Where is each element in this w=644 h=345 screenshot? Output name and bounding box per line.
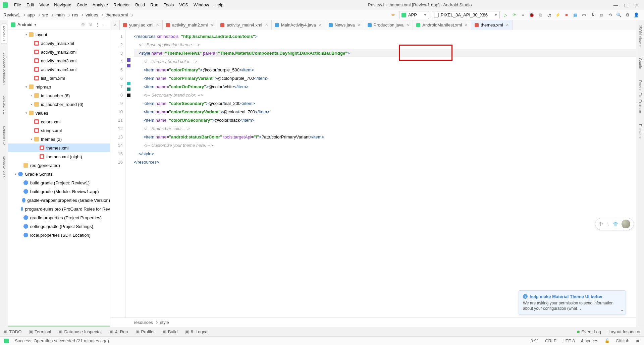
vcs-branch[interactable]: GitHub	[616, 338, 629, 343]
indent-setting[interactable]: 4 spaces	[581, 338, 598, 343]
menu-run[interactable]: Run	[148, 2, 161, 7]
menu-code[interactable]: Code	[74, 2, 90, 7]
tree-node[interactable]: themes.xml (night)	[8, 152, 110, 161]
line-separator[interactable]: CRLF	[545, 338, 556, 343]
tool-window-build-variants[interactable]: Build Variants	[2, 155, 6, 180]
tool-window-7-structure[interactable]: 7: Structure	[2, 95, 6, 116]
tree-node[interactable]: ▾layout	[8, 30, 110, 39]
breadcrumb-item[interactable]: app	[28, 12, 35, 17]
menu-build[interactable]: Build	[132, 2, 148, 7]
tool-window-gradle[interactable]: Gradle	[638, 57, 642, 70]
close-icon[interactable]: ✕	[265, 23, 268, 27]
tree-node[interactable]: activity_main2.xml	[8, 48, 110, 56]
tree-node[interactable]: gradle.properties (Project Properties)	[8, 213, 110, 222]
coverage-icon[interactable]: ⧉	[537, 11, 544, 19]
breadcrumb-item[interactable]: Review1	[3, 12, 20, 17]
window-close[interactable]: ✕	[635, 2, 639, 8]
code-area[interactable]: <resources xmlns:tools="http://schemas.a…	[132, 30, 636, 318]
xml-crumb[interactable]: resources	[134, 320, 153, 325]
menu-navigate[interactable]: Navigate	[51, 2, 74, 7]
device-dropdown[interactable]: PIXEL_3A_API_30_X86 ▼	[432, 11, 500, 19]
tool-4-run[interactable]: ▣4: Run	[109, 329, 128, 334]
tool-window-emulator[interactable]: Emulator	[638, 123, 642, 140]
editor-tab[interactable]: activity_main2.xml✕	[163, 20, 217, 30]
attach-debugger-icon[interactable]: ⚡	[554, 11, 561, 19]
search-icon[interactable]: 🔍	[615, 11, 623, 19]
menu-analyze[interactable]: Analyze	[90, 2, 111, 7]
close-icon[interactable]: ✕	[156, 23, 159, 27]
sync-icon[interactable]: ⟲	[606, 11, 614, 19]
close-icon[interactable]: ✕	[358, 23, 361, 27]
tool-build[interactable]: ▣Build	[162, 329, 178, 334]
compass-icon[interactable]: ✏	[390, 11, 397, 19]
tree-node[interactable]: themes.xml	[8, 143, 110, 152]
menu-tools[interactable]: Tools	[161, 2, 176, 7]
resource-manager-icon[interactable]: ⧈	[598, 11, 605, 19]
close-icon[interactable]: ✕	[406, 23, 409, 27]
breadcrumb-item[interactable]: src	[42, 12, 48, 17]
collapse-icon[interactable]: ⇲	[88, 22, 92, 27]
tool-window-json-viewer[interactable]: JSON Viewer	[638, 23, 642, 48]
editor-tab[interactable]: Production.java✕	[364, 20, 413, 30]
close-icon[interactable]: ✕	[319, 23, 322, 27]
tree-node[interactable]: activity_main.xml	[8, 39, 110, 48]
settings-icon[interactable]: ⋮	[95, 22, 100, 27]
chevron-down-icon[interactable]: ▾	[621, 309, 623, 312]
menu-help[interactable]: Help	[212, 2, 226, 7]
close-icon[interactable]: ✕	[465, 23, 468, 27]
tree-node[interactable]: ▾Gradle Scripts	[8, 170, 110, 178]
xml-crumb[interactable]: style	[160, 320, 169, 325]
tool-6-logcat[interactable]: ▣6: Logcat	[185, 329, 209, 334]
avd-manager-icon[interactable]: ▭	[580, 11, 588, 19]
tree-node[interactable]: ▾mipmap	[8, 82, 110, 91]
caret-position[interactable]: 3:91	[531, 338, 539, 343]
tool-window-resource-manager[interactable]: Resource Manager	[2, 52, 6, 86]
tool-profiler[interactable]: ▣Profiler	[136, 329, 155, 334]
ime-button[interactable]: 👕	[613, 222, 618, 227]
user-icon[interactable]: 👤	[633, 11, 640, 19]
breadcrumb-item[interactable]: main	[55, 12, 65, 17]
hide-icon[interactable]: —	[103, 22, 107, 27]
tree-node[interactable]: activity_main3.xml	[8, 56, 110, 65]
editor-tab[interactable]: News.java✕	[325, 20, 364, 30]
activity-restart-icon[interactable]: ≡	[519, 11, 527, 19]
tree-node[interactable]: strings.xml	[8, 126, 110, 135]
ime-widget[interactable]: 中°,👕	[595, 218, 634, 230]
settings-icon[interactable]: ⚙	[624, 11, 631, 19]
tree-node[interactable]: gradle-wrapper.properties (Gradle Versio…	[8, 196, 110, 205]
breadcrumb-item[interactable]: res	[72, 12, 78, 17]
notification-popup[interactable]: ihelp make Material Theme UI better We a…	[519, 290, 626, 315]
tree-node[interactable]: res (generated)	[8, 161, 110, 170]
menu-view[interactable]: View	[37, 2, 51, 7]
menu-vcs[interactable]: VCS	[176, 2, 191, 7]
debug-icon[interactable]: 🐞	[528, 11, 535, 19]
breadcrumb-item[interactable]: values	[86, 12, 98, 17]
menu-edit[interactable]: Edit	[24, 2, 37, 7]
tree-node[interactable]: proguard-rules.pro (ProGuard Rules for R…	[8, 205, 110, 213]
inspection-icon[interactable]: ☻	[635, 338, 640, 343]
run-icon[interactable]: ▷	[502, 11, 509, 19]
editor-tab[interactable]: MainActivity4.java✕	[272, 20, 325, 30]
breadcrumb-item[interactable]: themes.xml	[106, 12, 128, 17]
tool-event-log[interactable]: Event Log	[577, 329, 601, 334]
window-minimize[interactable]: —	[613, 2, 618, 8]
tree-node[interactable]: colors.xml	[8, 117, 110, 126]
tool-todo[interactable]: ▣TODO	[3, 329, 21, 334]
close-icon[interactable]: ✕	[210, 23, 213, 27]
run-config-dropdown[interactable]: APP ▼	[399, 11, 429, 19]
tree-node[interactable]: build.gradle (Module: Review1.app)	[8, 187, 110, 196]
editor-tab[interactable]: yuanjiao.xml✕	[120, 20, 163, 30]
tree-node[interactable]: build.gradle (Project: Review1)	[8, 178, 110, 187]
menu-refactor[interactable]: Refactor	[111, 2, 132, 7]
tool-terminal[interactable]: ▣Terminal	[29, 329, 51, 334]
editor-tab[interactable]: themes.xml✕	[471, 20, 512, 30]
tool-window-2-favorites[interactable]: 2: Favorites	[2, 125, 6, 147]
close-icon[interactable]: ✕	[506, 23, 509, 27]
tree-node[interactable]: ▸ic_launcher (6)	[8, 91, 110, 100]
lock-icon[interactable]: 🔓	[604, 338, 610, 343]
tool-layout-inspector[interactable]: Layout Inspector	[608, 329, 641, 334]
tool-database-inspector[interactable]: ▣Database Inspector	[58, 329, 102, 334]
tree-node[interactable]: ▾themes (2)	[8, 135, 110, 143]
menu-window[interactable]: Window	[191, 2, 212, 7]
tree-node[interactable]: list_item.xml	[8, 74, 110, 82]
